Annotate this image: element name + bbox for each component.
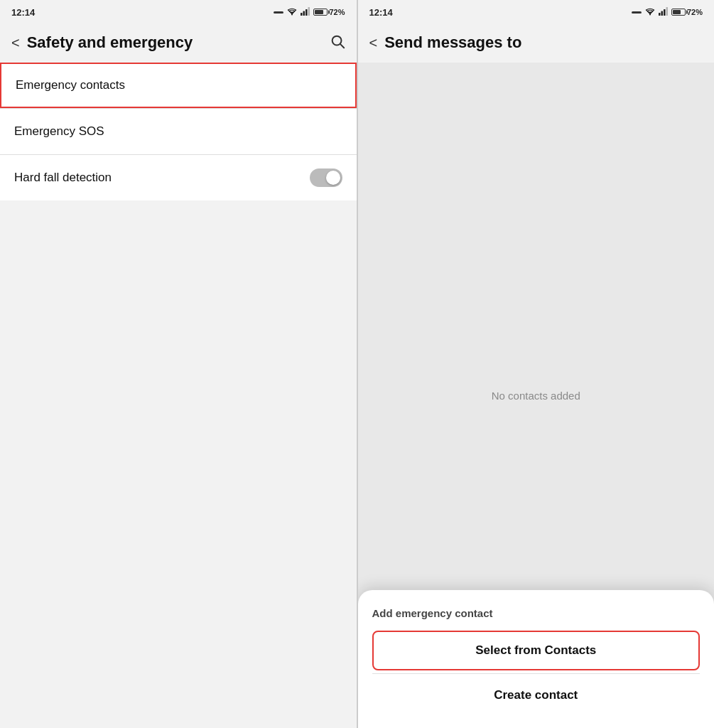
left-back-button[interactable]: <	[11, 35, 20, 51]
right-time: 12:14	[369, 7, 393, 18]
right-status-bar: 12:14	[358, 0, 715, 23]
right-dnd-icon	[632, 11, 642, 14]
svg-point-0	[291, 14, 293, 16]
battery-fill	[315, 10, 323, 14]
bottom-sheet-title: Add emergency contact	[372, 607, 701, 619]
battery-pct-label: 72%	[329, 8, 345, 16]
left-app-bar-title: Safety and emergency	[27, 33, 323, 52]
hard-fall-detection-label: Hard fall detection	[14, 171, 112, 185]
right-battery: 72%	[671, 8, 703, 16]
emergency-contacts-label: Emergency contacts	[16, 78, 125, 92]
right-signal-icon	[659, 7, 669, 17]
left-time: 12:14	[11, 7, 35, 18]
right-status-icons: 72%	[632, 7, 703, 17]
right-back-button[interactable]: <	[369, 35, 378, 51]
toggle-knob	[326, 171, 340, 185]
emergency-sos-label: Emergency SOS	[14, 124, 104, 139]
right-app-bar: < Send messages to	[358, 23, 715, 63]
svg-point-7	[649, 14, 651, 16]
right-battery-pct-label: 72%	[687, 8, 703, 16]
emergency-sos-item[interactable]: Emergency SOS	[0, 109, 357, 154]
svg-rect-2	[303, 11, 305, 16]
no-contacts-label: No contacts added	[492, 390, 580, 402]
right-battery-shape	[671, 9, 686, 16]
svg-line-6	[340, 44, 344, 48]
right-app-bar-title: Send messages to	[384, 33, 703, 52]
hard-fall-detection-item[interactable]: Hard fall detection	[0, 155, 357, 200]
left-status-icons: 72%	[274, 7, 345, 17]
svg-rect-10	[664, 9, 666, 16]
wifi-icon	[286, 7, 298, 17]
search-button[interactable]	[330, 33, 345, 53]
signal-icon	[301, 7, 310, 17]
dnd-icon	[274, 11, 283, 14]
right-battery-fill	[673, 10, 681, 14]
svg-rect-8	[659, 13, 661, 16]
select-from-contacts-button[interactable]: Select from Contacts	[372, 631, 701, 670]
create-contact-button[interactable]: Create contact	[372, 677, 701, 714]
left-battery: 72%	[313, 8, 345, 16]
emergency-contacts-item[interactable]: Emergency contacts	[0, 63, 357, 108]
svg-rect-11	[666, 7, 668, 16]
left-app-bar: < Safety and emergency	[0, 23, 357, 63]
battery-shape	[313, 9, 328, 16]
svg-rect-1	[301, 13, 303, 16]
left-status-bar: 12:14	[0, 0, 357, 23]
right-phone-panel: 12:14	[358, 0, 715, 728]
svg-rect-9	[661, 11, 663, 16]
svg-rect-4	[308, 7, 310, 16]
left-phone-panel: 12:14	[0, 0, 358, 728]
sheet-divider	[372, 673, 701, 674]
right-wifi-icon	[644, 7, 656, 17]
settings-list: Emergency contacts Emergency SOS Hard fa…	[0, 63, 357, 200]
svg-rect-3	[305, 9, 308, 16]
hard-fall-toggle[interactable]	[310, 168, 342, 187]
add-contact-bottom-sheet: Add emergency contact Select from Contac…	[358, 590, 715, 728]
